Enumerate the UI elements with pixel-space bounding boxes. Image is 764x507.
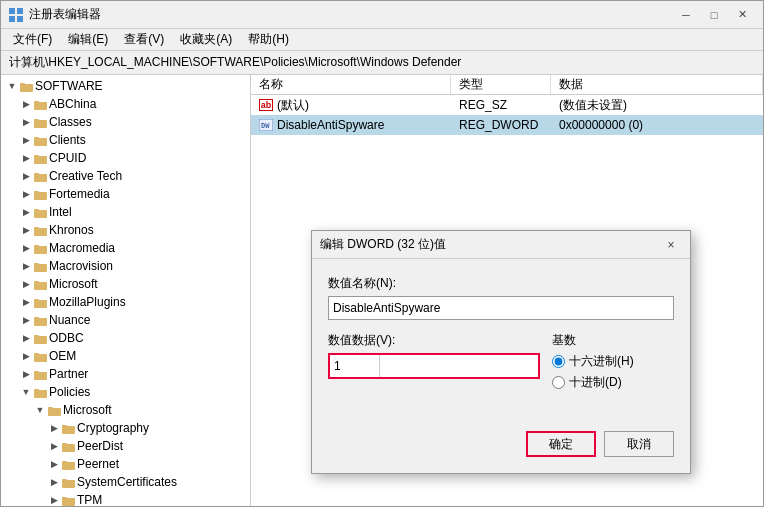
- svg-rect-1: [17, 8, 23, 14]
- svg-rect-45: [62, 443, 67, 445]
- expand-policies[interactable]: ▼: [19, 385, 33, 399]
- expand-microsoft[interactable]: ▶: [19, 277, 33, 291]
- radio-hex-label[interactable]: 十六进制(H): [569, 353, 634, 370]
- tree-item-classes[interactable]: ▶ Classes: [1, 113, 250, 131]
- cell-name-disable: DW DisableAntiSpyware: [251, 115, 451, 135]
- tree-item-microsoft[interactable]: ▶ Microsoft: [1, 275, 250, 293]
- tree-item-peernet[interactable]: ▶ Peernet: [1, 455, 250, 473]
- expand-khronos[interactable]: ▶: [19, 223, 33, 237]
- svg-rect-48: [62, 480, 75, 488]
- tree-item-fortemedia[interactable]: ▶ Fortemedia: [1, 185, 250, 203]
- menu-bar: 文件(F) 编辑(E) 查看(V) 收藏夹(A) 帮助(H): [1, 29, 763, 51]
- radio-dec[interactable]: [552, 376, 565, 389]
- tree-item-policies[interactable]: ▼ Policies: [1, 383, 250, 401]
- radio-dec-item[interactable]: 十进制(D): [552, 374, 674, 391]
- svg-rect-41: [48, 407, 53, 409]
- menu-file[interactable]: 文件(F): [5, 29, 60, 50]
- tree-item-pol-microsoft[interactable]: ▼ Microsoft: [1, 401, 250, 419]
- tree-label-macromedia: Macromedia: [49, 241, 115, 255]
- tree-item-cryptography[interactable]: ▶ Cryptography: [1, 419, 250, 437]
- tree-label-cpuid: CPUID: [49, 151, 86, 165]
- tree-item-macromedia[interactable]: ▶ Macromedia: [1, 239, 250, 257]
- tree-item-mozillaplugins[interactable]: ▶ MozillaPlugins: [1, 293, 250, 311]
- folder-icon: [33, 151, 47, 165]
- expand-partner[interactable]: ▶: [19, 367, 33, 381]
- svg-rect-8: [34, 120, 47, 128]
- expand-clients[interactable]: ▶: [19, 133, 33, 147]
- cell-data-disable: 0x00000000 (0): [551, 115, 763, 135]
- svg-rect-24: [34, 264, 47, 272]
- tree-item-peerdist[interactable]: ▶ PeerDist: [1, 437, 250, 455]
- svg-rect-9: [34, 119, 39, 121]
- tree-item-tpm[interactable]: ▶ TPM: [1, 491, 250, 506]
- name-input[interactable]: [328, 296, 674, 320]
- expand-oem[interactable]: ▶: [19, 349, 33, 363]
- table-row-default[interactable]: ab (默认) REG_SZ (数值未设置): [251, 95, 763, 115]
- menu-help[interactable]: 帮助(H): [240, 29, 297, 50]
- tree-label-microsoft: Microsoft: [49, 277, 98, 291]
- expand-classes[interactable]: ▶: [19, 115, 33, 129]
- tree-panel[interactable]: ▼ SOFTWARE ▶ ABChina ▶: [1, 75, 251, 506]
- tree-label-khronos: Khronos: [49, 223, 94, 237]
- radio-hex[interactable]: [552, 355, 565, 368]
- expand-peernet[interactable]: ▶: [47, 457, 61, 471]
- menu-view[interactable]: 查看(V): [116, 29, 172, 50]
- ok-button[interactable]: 确定: [526, 431, 596, 457]
- tree-item-clients[interactable]: ▶ Clients: [1, 131, 250, 149]
- menu-edit[interactable]: 编辑(E): [60, 29, 116, 50]
- expand-peerdist[interactable]: ▶: [47, 439, 61, 453]
- expand-intel[interactable]: ▶: [19, 205, 33, 219]
- tree-item-intel[interactable]: ▶ Intel: [1, 203, 250, 221]
- expand-tpm[interactable]: ▶: [47, 493, 61, 506]
- menu-favorites[interactable]: 收藏夹(A): [172, 29, 240, 50]
- expand-nuance[interactable]: ▶: [19, 313, 33, 327]
- svg-rect-33: [34, 335, 39, 337]
- radio-dec-label[interactable]: 十进制(D): [569, 374, 622, 391]
- tree-item-macrovision[interactable]: ▶ Macrovision: [1, 257, 250, 275]
- radio-hex-item[interactable]: 十六进制(H): [552, 353, 674, 370]
- table-row-disable[interactable]: DW DisableAntiSpyware REG_DWORD 0x000000…: [251, 115, 763, 135]
- expand-macrovision[interactable]: ▶: [19, 259, 33, 273]
- tree-item-software[interactable]: ▼ SOFTWARE: [1, 77, 250, 95]
- tree-item-creativetech[interactable]: ▶ Creative Tech: [1, 167, 250, 185]
- tree-label-fortemedia: Fortemedia: [49, 187, 110, 201]
- tree-item-odbc[interactable]: ▶ ODBC: [1, 329, 250, 347]
- expand-abchina[interactable]: ▶: [19, 97, 33, 111]
- folder-icon: [33, 241, 47, 255]
- expand-fortemedia[interactable]: ▶: [19, 187, 33, 201]
- reg-sz-icon: ab: [259, 99, 273, 111]
- tree-item-partner[interactable]: ▶ Partner: [1, 365, 250, 383]
- minimize-button[interactable]: ─: [673, 5, 699, 25]
- tree-item-nuance[interactable]: ▶ Nuance: [1, 311, 250, 329]
- expand-pol-microsoft[interactable]: ▼: [33, 403, 47, 417]
- folder-icon: [33, 97, 47, 111]
- value-input-number[interactable]: [330, 355, 380, 377]
- tree-item-khronos[interactable]: ▶ Khronos: [1, 221, 250, 239]
- tree-item-abchina[interactable]: ▶ ABChina: [1, 95, 250, 113]
- tree-item-oem[interactable]: ▶ OEM: [1, 347, 250, 365]
- expand-mozillaplugins[interactable]: ▶: [19, 295, 33, 309]
- svg-rect-42: [62, 426, 75, 434]
- tree-item-systemcertificates[interactable]: ▶ SystemCertificates: [1, 473, 250, 491]
- expand-odbc[interactable]: ▶: [19, 331, 33, 345]
- cancel-button[interactable]: 取消: [604, 431, 674, 457]
- svg-rect-34: [34, 354, 47, 362]
- expand-macromedia[interactable]: ▶: [19, 241, 33, 255]
- title-bar: 注册表编辑器 ─ □ ✕: [1, 1, 763, 29]
- expand-cryptography[interactable]: ▶: [47, 421, 61, 435]
- expand-cpuid[interactable]: ▶: [19, 151, 33, 165]
- expand-systemcertificates[interactable]: ▶: [47, 475, 61, 489]
- svg-rect-23: [34, 245, 39, 247]
- expand-creativetech[interactable]: ▶: [19, 169, 33, 183]
- svg-rect-36: [34, 372, 47, 380]
- tree-label-nuance: Nuance: [49, 313, 90, 327]
- maximize-button[interactable]: □: [701, 5, 727, 25]
- dialog-close-button[interactable]: ×: [660, 235, 682, 255]
- svg-rect-21: [34, 227, 39, 229]
- value-input-hex[interactable]: [380, 355, 538, 377]
- expand-software[interactable]: ▼: [5, 79, 19, 93]
- tree-item-cpuid[interactable]: ▶ CPUID: [1, 149, 250, 167]
- tree-label-systemcertificates: SystemCertificates: [77, 475, 177, 489]
- svg-rect-6: [34, 102, 47, 110]
- close-button[interactable]: ✕: [729, 5, 755, 25]
